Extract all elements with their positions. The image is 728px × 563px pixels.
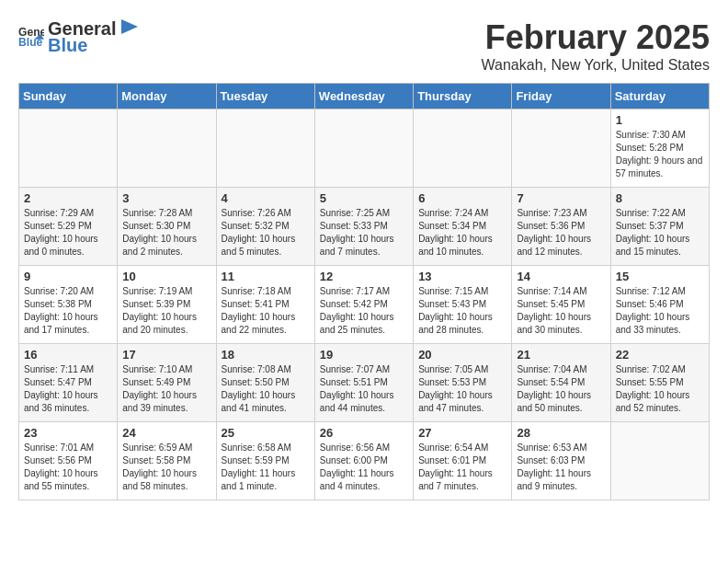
- header-wednesday: Wednesday: [314, 84, 413, 109]
- calendar-cell: 2Sunrise: 7:29 AM Sunset: 5:29 PM Daylig…: [19, 188, 118, 266]
- calendar-cell: [512, 109, 610, 188]
- day-number: 6: [418, 191, 506, 205]
- day-info: Sunrise: 7:05 AM Sunset: 5:53 PM Dayligh…: [418, 363, 506, 415]
- day-info: Sunrise: 7:30 AM Sunset: 5:28 PM Dayligh…: [616, 129, 704, 180]
- day-info: Sunrise: 6:54 AM Sunset: 6:01 PM Dayligh…: [418, 442, 506, 493]
- calendar-cell: 3Sunrise: 7:28 AM Sunset: 5:30 PM Daylig…: [118, 188, 216, 266]
- calendar-cell: 11Sunrise: 7:18 AM Sunset: 5:41 PM Dayli…: [216, 266, 314, 344]
- day-info: Sunrise: 7:14 AM Sunset: 5:45 PM Dayligh…: [517, 285, 605, 337]
- day-info: Sunrise: 7:01 AM Sunset: 5:56 PM Dayligh…: [24, 442, 112, 493]
- header-thursday: Thursday: [414, 84, 512, 109]
- day-number: 20: [418, 348, 506, 362]
- day-info: Sunrise: 7:11 AM Sunset: 5:47 PM Dayligh…: [24, 363, 112, 415]
- day-info: Sunrise: 7:29 AM Sunset: 5:29 PM Dayligh…: [24, 207, 112, 259]
- day-info: Sunrise: 6:56 AM Sunset: 6:00 PM Dayligh…: [320, 442, 408, 493]
- calendar-header-row: SundayMondayTuesdayWednesdayThursdayFrid…: [19, 84, 710, 109]
- calendar-cell: 16Sunrise: 7:11 AM Sunset: 5:47 PM Dayli…: [19, 344, 118, 422]
- header-friday: Friday: [512, 84, 610, 109]
- day-number: 19: [320, 348, 408, 362]
- day-info: Sunrise: 7:15 AM Sunset: 5:43 PM Dayligh…: [418, 285, 506, 337]
- logo: General Blue General Blue: [18, 18, 138, 55]
- day-number: 21: [517, 348, 605, 362]
- svg-text:Blue: Blue: [18, 36, 43, 49]
- svg-marker-2: [121, 19, 138, 34]
- calendar-cell: 19Sunrise: 7:07 AM Sunset: 5:51 PM Dayli…: [314, 344, 413, 422]
- day-info: Sunrise: 7:07 AM Sunset: 5:51 PM Dayligh…: [320, 363, 408, 415]
- calendar-cell: 25Sunrise: 6:58 AM Sunset: 5:59 PM Dayli…: [216, 422, 314, 500]
- logo-icon: General Blue: [18, 24, 44, 50]
- day-info: Sunrise: 7:23 AM Sunset: 5:36 PM Dayligh…: [517, 207, 605, 259]
- day-number: 26: [320, 426, 408, 440]
- day-info: Sunrise: 7:24 AM Sunset: 5:34 PM Dayligh…: [418, 207, 506, 259]
- calendar-cell: 23Sunrise: 7:01 AM Sunset: 5:56 PM Dayli…: [19, 422, 118, 500]
- calendar-cell: 6Sunrise: 7:24 AM Sunset: 5:34 PM Daylig…: [414, 188, 512, 266]
- day-info: Sunrise: 7:10 AM Sunset: 5:49 PM Dayligh…: [122, 363, 210, 415]
- day-number: 16: [24, 348, 112, 362]
- calendar-cell: 22Sunrise: 7:02 AM Sunset: 5:55 PM Dayli…: [610, 344, 709, 422]
- day-info: Sunrise: 7:22 AM Sunset: 5:37 PM Dayligh…: [616, 207, 704, 259]
- header-tuesday: Tuesday: [216, 84, 314, 109]
- calendar-cell: 4Sunrise: 7:26 AM Sunset: 5:32 PM Daylig…: [216, 188, 314, 266]
- day-info: Sunrise: 7:04 AM Sunset: 5:54 PM Dayligh…: [517, 363, 605, 415]
- calendar-cell: 20Sunrise: 7:05 AM Sunset: 5:53 PM Dayli…: [414, 344, 512, 422]
- day-number: 24: [122, 426, 210, 440]
- day-number: 28: [517, 426, 605, 440]
- day-info: Sunrise: 7:26 AM Sunset: 5:32 PM Dayligh…: [222, 207, 310, 259]
- day-info: Sunrise: 6:59 AM Sunset: 5:58 PM Dayligh…: [122, 442, 210, 493]
- day-info: Sunrise: 7:17 AM Sunset: 5:42 PM Dayligh…: [320, 285, 408, 337]
- calendar-cell: [610, 422, 709, 500]
- calendar-cell: 21Sunrise: 7:04 AM Sunset: 5:54 PM Dayli…: [512, 344, 610, 422]
- day-info: Sunrise: 7:08 AM Sunset: 5:50 PM Dayligh…: [222, 363, 310, 415]
- calendar-cell: 12Sunrise: 7:17 AM Sunset: 5:42 PM Dayli…: [314, 266, 413, 344]
- day-number: 9: [24, 270, 112, 283]
- logo-chevron-icon: [118, 19, 138, 38]
- day-number: 23: [24, 426, 112, 440]
- calendar-cell: 18Sunrise: 7:08 AM Sunset: 5:50 PM Dayli…: [216, 344, 314, 422]
- title-section: February 2025 Wanakah, New York, United …: [482, 18, 710, 74]
- day-info: Sunrise: 7:20 AM Sunset: 5:38 PM Dayligh…: [24, 285, 112, 337]
- calendar-cell: 17Sunrise: 7:10 AM Sunset: 5:49 PM Dayli…: [118, 344, 216, 422]
- day-number: 10: [122, 270, 210, 283]
- calendar-cell: 15Sunrise: 7:12 AM Sunset: 5:46 PM Dayli…: [610, 266, 709, 344]
- calendar-cell: 13Sunrise: 7:15 AM Sunset: 5:43 PM Dayli…: [414, 266, 512, 344]
- day-number: 1: [616, 113, 704, 127]
- calendar-week-1: 1Sunrise: 7:30 AM Sunset: 5:28 PM Daylig…: [19, 109, 710, 188]
- day-number: 18: [222, 348, 310, 362]
- day-number: 17: [122, 348, 210, 362]
- calendar-cell: [216, 109, 314, 188]
- day-number: 14: [517, 270, 605, 283]
- day-info: Sunrise: 6:53 AM Sunset: 6:03 PM Dayligh…: [517, 442, 605, 493]
- day-info: Sunrise: 6:58 AM Sunset: 5:59 PM Dayligh…: [222, 442, 310, 493]
- calendar-subtitle: Wanakah, New York, United States: [482, 57, 710, 74]
- calendar-week-5: 23Sunrise: 7:01 AM Sunset: 5:56 PM Dayli…: [19, 422, 710, 500]
- header-monday: Monday: [118, 84, 216, 109]
- calendar-cell: 24Sunrise: 6:59 AM Sunset: 5:58 PM Dayli…: [118, 422, 216, 500]
- calendar-week-2: 2Sunrise: 7:29 AM Sunset: 5:29 PM Daylig…: [19, 188, 710, 266]
- day-number: 15: [616, 270, 704, 283]
- day-number: 4: [222, 191, 310, 205]
- header-saturday: Saturday: [610, 84, 709, 109]
- day-info: Sunrise: 7:28 AM Sunset: 5:30 PM Dayligh…: [122, 207, 210, 259]
- day-number: 12: [320, 270, 408, 283]
- calendar-cell: 7Sunrise: 7:23 AM Sunset: 5:36 PM Daylig…: [512, 188, 610, 266]
- calendar-week-4: 16Sunrise: 7:11 AM Sunset: 5:47 PM Dayli…: [19, 344, 710, 422]
- calendar-cell: 8Sunrise: 7:22 AM Sunset: 5:37 PM Daylig…: [610, 188, 709, 266]
- day-number: 11: [222, 270, 310, 283]
- calendar-cell: [19, 109, 118, 188]
- calendar-cell: [414, 109, 512, 188]
- calendar-cell: [118, 109, 216, 188]
- calendar-week-3: 9Sunrise: 7:20 AM Sunset: 5:38 PM Daylig…: [19, 266, 710, 344]
- calendar-cell: 28Sunrise: 6:53 AM Sunset: 6:03 PM Dayli…: [512, 422, 610, 500]
- day-number: 2: [24, 191, 112, 205]
- day-number: 5: [320, 191, 408, 205]
- day-info: Sunrise: 7:18 AM Sunset: 5:41 PM Dayligh…: [222, 285, 310, 337]
- day-number: 3: [122, 191, 210, 205]
- day-info: Sunrise: 7:19 AM Sunset: 5:39 PM Dayligh…: [122, 285, 210, 337]
- calendar-title: February 2025: [482, 18, 710, 57]
- day-info: Sunrise: 7:25 AM Sunset: 5:33 PM Dayligh…: [320, 207, 408, 259]
- header: General Blue General Blue February 2025 …: [18, 18, 710, 74]
- day-number: 27: [418, 426, 506, 440]
- day-number: 22: [616, 348, 704, 362]
- day-info: Sunrise: 7:12 AM Sunset: 5:46 PM Dayligh…: [616, 285, 704, 337]
- day-number: 8: [616, 191, 704, 205]
